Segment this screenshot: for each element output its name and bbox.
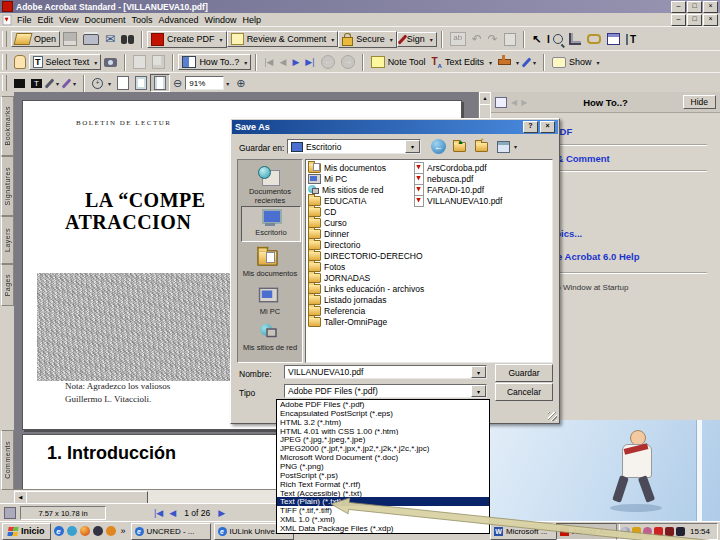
how-to-button[interactable]: How To..? ▾ (178, 54, 251, 70)
combo-dropdown-icon[interactable]: ▾ (471, 366, 486, 378)
back-nav-button[interactable]: ← (431, 139, 446, 154)
toolbar-grip[interactable] (2, 54, 7, 70)
secure-button[interactable]: Secure ▾ (338, 31, 397, 48)
save-button[interactable] (60, 31, 80, 47)
type-option[interactable]: Microsoft Word Document (*.doc) (277, 453, 489, 462)
zoom-text-button[interactable]: I (544, 33, 566, 46)
quicklaunch-overflow-chevron[interactable]: » (121, 526, 126, 536)
hand-tool-button[interactable] (11, 54, 29, 70)
zoom-in-button[interactable]: ⊕ (233, 76, 248, 91)
touchup-text-button[interactable]: T (623, 33, 639, 46)
save-in-combo[interactable]: Escritorio ▾ (287, 139, 421, 154)
save-button[interactable]: Guardar (495, 364, 553, 382)
undo-button[interactable]: ↶ (469, 31, 485, 47)
quicklaunch-messenger-icon[interactable] (67, 526, 77, 536)
tab-signatures[interactable]: Signatures (1, 156, 14, 216)
combo-dropdown-icon[interactable]: ▾ (471, 385, 486, 397)
file-item[interactable]: nebusca.pdf (414, 173, 473, 184)
type-option[interactable]: TIFF (*.tif,*.tiff) (277, 506, 489, 515)
tray-security-icon[interactable] (632, 527, 641, 536)
file-item[interactable]: VILLANUEVA10.pdf (414, 195, 502, 206)
zoom-dropdown-icon[interactable]: ▾ (226, 80, 229, 87)
fit-page-button[interactable] (132, 75, 150, 91)
dialog-help-button[interactable]: ? (523, 121, 538, 133)
tray-update-icon[interactable] (665, 527, 674, 536)
type-option[interactable]: JPEG (*.jpg,*.jpeg,*.jpe) (277, 435, 489, 444)
select-tool-button[interactable]: ↖ (529, 32, 544, 47)
place-recent[interactable]: Documentos recientes (241, 166, 299, 205)
views-menu-button[interactable]: ▾ (497, 140, 521, 153)
tray-volume-icon[interactable] (621, 527, 630, 536)
review-comment-button[interactable]: Review & Comment ▾ (227, 31, 339, 47)
open-button[interactable]: Open (11, 31, 60, 47)
stamp-tool-button[interactable]: ▾ (495, 58, 522, 67)
menu-help[interactable]: Help (239, 14, 264, 26)
type-option[interactable]: PNG (*.png) (277, 462, 489, 471)
file-list[interactable]: Mis documentos Mi PC Mis sitios de red E… (305, 159, 553, 363)
up-one-level-button[interactable]: ▲ (453, 140, 469, 153)
list-item[interactable]: Listado jornadas (308, 294, 386, 305)
search-button[interactable] (118, 34, 137, 45)
list-item[interactable]: Taller-OmniPage (308, 316, 387, 327)
tab-layers[interactable]: Layers (1, 216, 14, 264)
prev-page-status-icon[interactable]: ◀ (169, 508, 176, 518)
list-item[interactable]: Links educación - archivos (308, 283, 424, 294)
type-option[interactable]: HTML 3.2 (*.htm) (277, 418, 489, 427)
create-pdf-button[interactable]: Create PDF ▾ (147, 31, 227, 48)
menu-edit[interactable]: Edit (35, 14, 57, 26)
combo-dropdown-icon[interactable]: ▾ (405, 140, 420, 153)
spellcheck-button[interactable]: ab (447, 31, 469, 47)
next-view-button[interactable]: → (338, 54, 358, 70)
list-item[interactable]: Mis sitios de red (308, 184, 383, 195)
tray-messenger-icon[interactable] (676, 527, 685, 536)
properties-button[interactable] (501, 32, 519, 47)
rectangle-tool-button[interactable] (11, 78, 28, 89)
next-page-status-icon[interactable]: ▶ (218, 508, 225, 518)
pencil-tool-button[interactable]: ▾ (45, 77, 62, 90)
type-option-selected[interactable]: Text (Plain) (*.txt) (277, 497, 489, 506)
dialog-title-bar[interactable]: Save As ? × (232, 120, 558, 134)
place-my-documents[interactable]: Mis documentos (241, 248, 299, 278)
minimize-button[interactable]: – (671, 1, 686, 13)
type-option[interactable]: Adobe PDF Files (*.pdf) (277, 400, 489, 409)
toolbar-grip[interactable] (2, 31, 7, 47)
tray-magnifier-icon[interactable] (643, 527, 652, 536)
doc-minimize-button[interactable]: – (671, 14, 686, 26)
list-item[interactable]: DIRECTORIO-DERECHO (308, 250, 423, 261)
select-text-button[interactable]: T Select Text ▾ (29, 54, 101, 70)
pane-toggle-icon[interactable] (4, 507, 16, 519)
redo-button[interactable]: ↷ (485, 31, 501, 47)
tab-pages[interactable]: Pages (1, 264, 14, 306)
zoom-out-page-button[interactable] (130, 54, 149, 70)
print-button[interactable] (80, 33, 102, 46)
tray-antivirus-icon[interactable] (654, 527, 663, 536)
text-edits-button[interactable]: TA Text Edits ▾ (428, 55, 494, 70)
last-page-button[interactable]: ▶| (302, 56, 317, 68)
highlighter-tool-button[interactable]: ▾ (522, 56, 539, 69)
zoom-in-page-button[interactable] (149, 54, 168, 70)
file-type-dropdown-list[interactable]: Adobe PDF Files (*.pdf) Encapsulated Pos… (276, 399, 490, 534)
taskbar-task-acrobat[interactable]: Adobe Ac... (556, 523, 620, 540)
dialog-close-button[interactable]: × (540, 121, 555, 133)
form-tool-button[interactable] (604, 32, 623, 46)
file-type-combo[interactable]: Adobe PDF Files (*.pdf) ▾ (284, 384, 487, 398)
place-my-computer[interactable]: Mi PC (241, 286, 299, 316)
zoom-tool-button[interactable]: +▾ (89, 77, 114, 90)
type-option[interactable]: XML 1.0 (*.xml) (277, 515, 489, 524)
toolbar-grip[interactable] (2, 75, 7, 91)
note-tool-button[interactable]: Note Tool (368, 55, 429, 69)
close-button[interactable]: × (703, 1, 718, 13)
new-folder-button[interactable]: * (475, 140, 491, 153)
menu-window[interactable]: Window (201, 14, 239, 26)
type-option[interactable]: PostScript (*.ps) (277, 471, 489, 480)
menu-advanced[interactable]: Advanced (155, 14, 201, 26)
list-item[interactable]: Mi PC (308, 173, 347, 184)
email-button[interactable]: ✉ (102, 31, 118, 47)
first-page-button[interactable]: |◀ (261, 56, 276, 68)
list-item[interactable]: EDUCATIA (308, 195, 366, 206)
hide-button[interactable]: Hide (683, 95, 716, 109)
list-item[interactable]: Mis documentos (308, 162, 386, 173)
quicklaunch-media-icon[interactable] (93, 526, 103, 536)
show-comments-button[interactable]: Show ▾ (549, 56, 603, 69)
restore-button[interactable]: □ (687, 1, 702, 13)
